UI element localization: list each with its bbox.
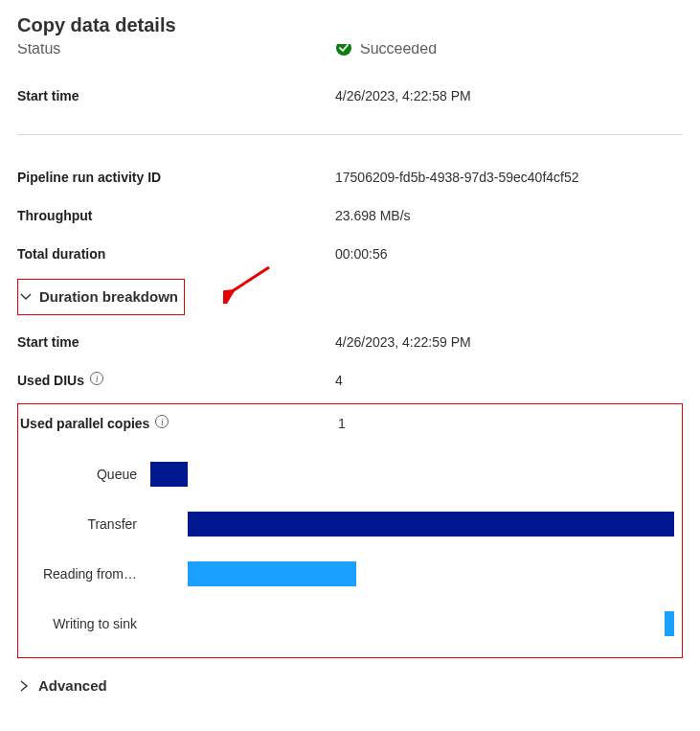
start-time-value: 4/26/2023, 4:22:58 PM <box>335 88 683 103</box>
chart-bar-row: Writing to sink <box>20 607 674 640</box>
upc-row: Used parallel copies i 1 <box>20 408 674 439</box>
status-label: Status <box>17 44 60 57</box>
duration-chart: QueueTransferReading from…Writing to sin… <box>20 458 674 640</box>
chart-bar-track <box>150 607 674 640</box>
upc-value: 1 <box>338 416 674 431</box>
chart-bar-track <box>150 558 674 590</box>
advanced-label: Advanced <box>38 677 107 694</box>
chart-highlight-box: Used parallel copies i 1 QueueTransferRe… <box>17 403 683 658</box>
throughput-label: Throughput <box>17 208 335 223</box>
dius-value: 4 <box>335 373 683 388</box>
chart-bar-row: Transfer <box>20 508 674 540</box>
chart-bar-label: Reading from… <box>20 566 150 582</box>
bd-start-time-row: Start time 4/26/2023, 4:22:59 PM <box>17 323 683 361</box>
chart-bar-track <box>150 458 674 491</box>
throughput-row: Throughput 23.698 MB/s <box>17 196 683 235</box>
bd-start-time-label: Start time <box>17 334 335 350</box>
chart-bar <box>188 561 356 586</box>
chevron-right-icon <box>17 679 31 693</box>
chart-bar-row: Queue <box>20 458 674 491</box>
status-row: Status Succeeded <box>17 38 683 77</box>
total-duration-label: Total duration <box>17 246 335 262</box>
pipeline-row: Pipeline run activity ID 17506209-fd5b-4… <box>17 158 683 196</box>
svg-line-1 <box>231 267 269 292</box>
total-duration-row: Total duration 00:00:56 <box>17 235 683 273</box>
advanced-toggle[interactable]: Advanced <box>17 677 107 694</box>
throughput-value: 23.698 MB/s <box>335 208 683 223</box>
chart-bar <box>665 611 674 636</box>
chart-bar-track <box>150 508 674 540</box>
chart-bar <box>188 512 674 537</box>
chart-bar-label: Writing to sink <box>20 616 150 631</box>
page-title: Copy data details <box>17 14 683 36</box>
chart-bar-row: Reading from… <box>20 558 674 590</box>
pipeline-label: Pipeline run activity ID <box>17 170 335 185</box>
dius-label: Used DIUs <box>17 373 84 388</box>
chart-bar-label: Queue <box>20 467 150 482</box>
duration-breakdown-toggle[interactable]: Duration breakdown <box>18 280 178 312</box>
total-duration-value: 00:00:56 <box>335 246 683 262</box>
dius-row: Used DIUs i 4 <box>17 361 683 400</box>
info-icon[interactable]: i <box>90 372 103 385</box>
duration-breakdown-highlight: Duration breakdown <box>17 279 185 315</box>
annotation-arrow-icon <box>223 265 281 304</box>
bd-start-time-value: 4/26/2023, 4:22:59 PM <box>335 334 683 350</box>
status-value: Succeeded <box>360 44 437 57</box>
chart-bar-label: Transfer <box>20 516 150 532</box>
start-time-row: Start time 4/26/2023, 4:22:58 PM <box>17 77 683 115</box>
success-icon <box>335 44 352 57</box>
duration-breakdown-label: Duration breakdown <box>39 288 178 305</box>
start-time-label: Start time <box>17 88 335 103</box>
upc-label: Used parallel copies <box>20 416 149 431</box>
info-icon[interactable]: i <box>155 415 169 428</box>
chevron-down-icon <box>18 288 34 304</box>
divider <box>17 134 683 135</box>
chart-bar <box>150 462 188 487</box>
pipeline-value: 17506209-fd5b-4938-97d3-59ec40f4cf52 <box>335 170 683 185</box>
